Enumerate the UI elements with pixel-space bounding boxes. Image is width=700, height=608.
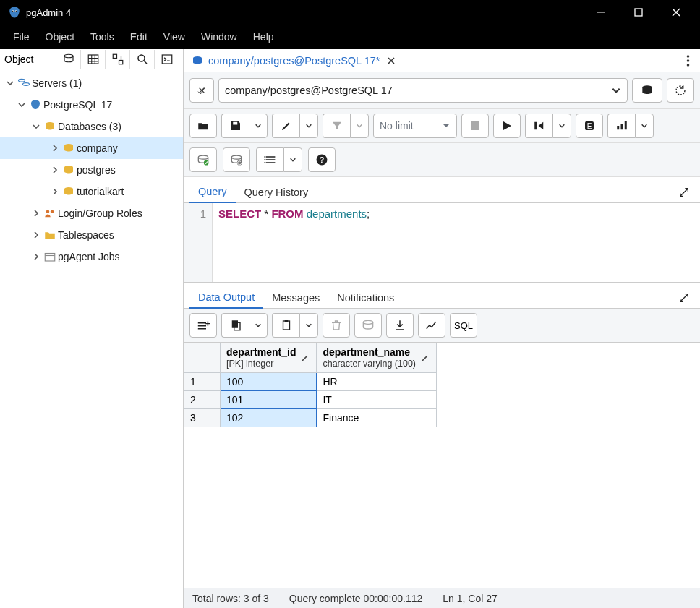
delete-row-button[interactable] (323, 313, 350, 338)
tab-notifications[interactable]: Notifications (328, 288, 403, 308)
help-button[interactable]: ? (308, 147, 336, 172)
connection-select[interactable]: company/postgres@PostgreSQL 17 (218, 78, 628, 103)
cell-department-name[interactable]: Finance (317, 408, 437, 427)
chevron-down-icon[interactable] (16, 100, 27, 109)
commit-button[interactable] (189, 147, 217, 172)
chevron-right-icon[interactable] (49, 187, 61, 196)
menu-object[interactable]: Object (38, 28, 82, 46)
chevron-right-icon[interactable] (30, 209, 42, 218)
chart-button[interactable] (607, 114, 635, 138)
save-dropdown[interactable] (249, 114, 268, 138)
cell-department-id[interactable]: 100 (221, 372, 317, 390)
tree-db-postgres[interactable]: postgres (0, 159, 183, 181)
chevron-right-icon[interactable] (30, 231, 42, 239)
terminal-icon[interactable] (154, 50, 179, 69)
menu-help[interactable]: Help (246, 28, 281, 46)
connection-status-icon[interactable] (189, 78, 214, 103)
menu-file[interactable]: File (6, 28, 37, 46)
table-row[interactable]: 1 100 HR (184, 372, 437, 390)
query-tool-tab[interactable]: company/postgres@PostgreSQL 17* (187, 52, 400, 69)
tree-pgagent[interactable]: pgAgent Jobs (0, 246, 183, 267)
copy-dropdown[interactable] (249, 313, 268, 338)
expand-icon[interactable] (674, 288, 694, 308)
menu-view[interactable]: View (156, 28, 192, 46)
table-row[interactable]: 3 102 Finance (184, 408, 437, 427)
roles-icon (42, 207, 58, 219)
graph-visualizer-button[interactable] (418, 313, 445, 338)
chevron-down-icon[interactable] (30, 122, 42, 131)
row-number[interactable]: 2 (184, 390, 221, 408)
reset-button[interactable] (667, 78, 694, 103)
paste-dropdown[interactable] (299, 313, 318, 338)
dependency-icon[interactable] (105, 50, 129, 69)
svg-rect-5 (635, 9, 642, 16)
close-button[interactable] (660, 0, 693, 25)
tab-query[interactable]: Query (189, 181, 236, 203)
maximize-button[interactable] (622, 0, 655, 25)
download-button[interactable] (386, 313, 414, 338)
open-file-button[interactable] (189, 114, 217, 138)
edit-button[interactable] (272, 114, 299, 138)
connection-toolbar: company/postgres@PostgreSQL 17 (184, 72, 700, 109)
menu-edit[interactable]: Edit (123, 28, 155, 46)
tree-db-tutorialkart[interactable]: tutorialkart (0, 181, 183, 202)
execute-button[interactable] (493, 114, 521, 138)
expand-icon[interactable] (674, 182, 694, 202)
cell-department-name[interactable]: IT (317, 390, 437, 408)
row-number[interactable]: 3 (184, 408, 221, 427)
chevron-down-icon[interactable] (4, 79, 16, 87)
tree-pg17[interactable]: PostgreSQL 17 (0, 94, 183, 116)
explain-dropdown[interactable] (552, 114, 571, 138)
tab-query-history[interactable]: Query History (236, 182, 317, 202)
explain-button[interactable] (525, 114, 552, 138)
filter-dropdown[interactable] (350, 114, 369, 138)
cell-department-id[interactable]: 101 (221, 390, 317, 408)
copy-button[interactable] (221, 313, 249, 338)
macros-dropdown[interactable] (283, 147, 302, 172)
edit-dropdown[interactable] (299, 114, 318, 138)
tree-databases[interactable]: Databases (3) (0, 116, 183, 137)
chart-dropdown[interactable] (635, 114, 654, 138)
chevron-right-icon[interactable] (30, 252, 42, 261)
row-limit-select[interactable]: No limit (373, 114, 457, 138)
cell-department-name[interactable]: HR (317, 372, 437, 390)
filter-button[interactable] (323, 114, 350, 138)
edit-icon[interactable] (420, 353, 430, 363)
editor-content[interactable]: SELECT * FROM departments; (213, 203, 375, 282)
kebab-menu-icon[interactable] (679, 51, 697, 70)
properties-icon[interactable] (56, 50, 80, 69)
tree-login-roles[interactable]: Login/Group Roles (0, 202, 183, 224)
save-button[interactable] (221, 114, 249, 138)
sql-button[interactable]: SQL (450, 313, 477, 338)
menu-tools[interactable]: Tools (83, 28, 121, 46)
row-number[interactable]: 1 (184, 372, 221, 390)
menu-window[interactable]: Window (194, 28, 244, 46)
explain-analyze-button[interactable]: E (576, 114, 603, 138)
search-icon[interactable] (129, 50, 154, 69)
chevron-right-icon[interactable] (49, 144, 61, 153)
add-row-button[interactable] (189, 313, 217, 338)
close-icon[interactable] (387, 56, 396, 65)
edit-icon[interactable] (300, 353, 310, 363)
column-header-department-id[interactable]: department_id [PK] integer (221, 343, 317, 373)
active-db-button[interactable] (632, 78, 662, 103)
rollback-button[interactable] (223, 147, 250, 172)
paste-button[interactable] (272, 313, 299, 338)
macros-button[interactable] (256, 147, 283, 172)
tree-servers[interactable]: Servers (1) (0, 72, 183, 94)
tab-data-output[interactable]: Data Output (189, 287, 263, 309)
chevron-right-icon[interactable] (49, 166, 61, 174)
minimize-button[interactable] (584, 0, 618, 25)
cell-department-id[interactable]: 102 (221, 408, 317, 427)
tab-messages[interactable]: Messages (263, 288, 328, 308)
grid-icon[interactable] (80, 50, 105, 69)
tree-tablespaces[interactable]: Tablespaces (0, 224, 183, 246)
save-data-button[interactable] (354, 313, 382, 338)
tree-db-company[interactable]: company (0, 137, 183, 159)
sql-editor[interactable]: 1 SELECT * FROM departments; (184, 203, 700, 283)
table-row[interactable]: 2 101 IT (184, 390, 437, 408)
column-header-department-name[interactable]: department_name character varying (100) (317, 343, 437, 373)
rownum-header[interactable] (184, 343, 221, 373)
database-icon (42, 121, 58, 132)
stop-button[interactable] (461, 114, 489, 138)
